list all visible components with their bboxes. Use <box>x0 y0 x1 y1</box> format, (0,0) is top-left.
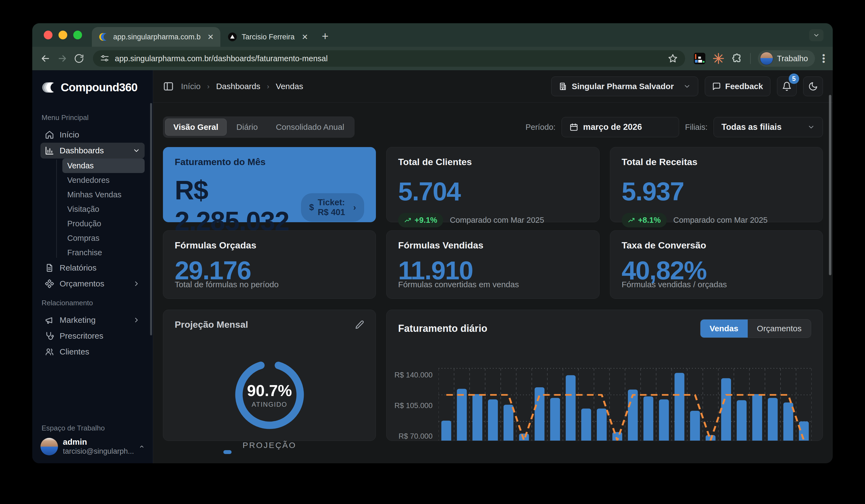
sidebar-item-dashboards[interactable]: Dashboards <box>41 143 145 159</box>
section-label-relacionamento: Relacionamento <box>42 299 145 307</box>
kpi-value: 5.704 <box>398 177 588 206</box>
tab-diario[interactable]: Diário <box>228 119 266 136</box>
sidebar-item-marketing[interactable]: Marketing <box>41 312 145 328</box>
sidebar-item-prescritores[interactable]: Prescritores <box>41 328 145 344</box>
maximize-window-button[interactable] <box>73 31 82 39</box>
kpi-caption: Total de fórmulas no período <box>175 280 279 289</box>
projection-title: Projeção Mensal <box>175 319 248 330</box>
toggle-vendas[interactable]: Vendas <box>701 319 748 338</box>
kpi-title: Fórmulas Vendidas <box>398 240 588 251</box>
sidebar-item-orcamentos[interactable]: Orçamentos <box>41 276 145 292</box>
kpi-card-formulas-vendidas[interactable]: Fórmulas Vendidas 11.910 Fórmulas conver… <box>386 231 599 299</box>
sidebar-subitem-visitacao[interactable]: Visitação <box>62 202 145 216</box>
daily-chart-svg <box>439 366 812 441</box>
sidebar-subitem-minhas-vendas[interactable]: Minhas Vendas <box>62 187 145 202</box>
tab-search-button[interactable] <box>809 29 823 41</box>
tab-visao-geral[interactable]: Visão Geral <box>165 119 227 136</box>
sidebar-item-label: Início <box>60 130 140 139</box>
view-tabs: Visão Geral Diário Consolidado Anual <box>163 116 355 138</box>
kpi-card-receitas[interactable]: Total de Receitas 5.937 +8.1% Comparado … <box>610 147 823 222</box>
megaphone-icon <box>45 315 54 325</box>
kpi-card-faturamento[interactable]: Faturamento do Mês R$ 2.285.032 $ Ticket… <box>163 147 376 222</box>
browser-window: app.singularpharma.com.br/d ✕ Tarcisio F… <box>32 23 833 463</box>
branches-select[interactable]: Todas as filiais <box>714 117 823 137</box>
site-settings-icon[interactable] <box>100 54 109 63</box>
chart-plot-area <box>439 366 812 441</box>
back-button[interactable] <box>40 53 51 64</box>
kpi-card-formulas-orcadas[interactable]: Fórmulas Orçadas 29.176 Total de fórmula… <box>163 231 376 299</box>
browser-menu-button[interactable]: ••• <box>822 54 825 63</box>
new-tab-button[interactable]: + <box>322 30 328 43</box>
minimize-window-button[interactable] <box>58 31 67 39</box>
sidebar-subitem-vendas[interactable]: Vendas <box>62 159 145 173</box>
trend-value: +9.1% <box>414 216 437 225</box>
tab-consolidado-anual[interactable]: Consolidado Anual <box>268 119 353 136</box>
sidebar-subitem-franchise[interactable]: Franchise <box>62 245 145 260</box>
tab-close-icon[interactable]: ✕ <box>208 33 214 42</box>
feedback-button[interactable]: Feedback <box>705 77 770 96</box>
calendar-icon <box>569 123 578 131</box>
tab-active[interactable]: app.singularpharma.com.br/d ✕ <box>92 27 220 47</box>
users-icon <box>45 347 54 356</box>
kpi-title: Taxa de Conversão <box>622 240 811 251</box>
sidebar-subitem-vendedores[interactable]: Vendedores <box>62 173 145 187</box>
tab-title: app.singularpharma.com.br/d <box>113 33 200 41</box>
sidebar-item-relatorios[interactable]: Relatórios <box>41 260 145 276</box>
chevron-down-icon <box>683 83 691 90</box>
chevron-right-icon: › <box>207 82 210 91</box>
kpi-title: Fórmulas Orçadas <box>175 240 364 251</box>
sidebar-item-label: Relatórios <box>60 263 140 272</box>
panel-toggle-icon[interactable] <box>163 81 174 92</box>
page-scrollbar[interactable] <box>829 95 831 275</box>
breadcrumb: Início › Dashboards › Vendas <box>181 82 303 91</box>
bookmark-star-icon[interactable] <box>668 53 678 64</box>
extensions-puzzle-icon[interactable] <box>731 53 743 64</box>
sidebar-item-label: Dashboards <box>60 146 127 155</box>
filters-row: Visão Geral Diário Consolidado Anual Per… <box>163 116 823 138</box>
breadcrumb-inicio[interactable]: Início <box>181 82 201 91</box>
breadcrumb-vendas[interactable]: Vendas <box>276 82 303 91</box>
sidebar-subitem-compras[interactable]: Compras <box>62 231 145 245</box>
sidebar-scrollbar[interactable] <box>150 103 152 335</box>
tab-close-icon[interactable]: ✕ <box>302 33 308 42</box>
ticket-pill[interactable]: $ Ticket: R$ 401 › <box>301 193 364 222</box>
breadcrumb-dashboards[interactable]: Dashboards <box>216 82 260 91</box>
sidebar-nav: Menu Principal Início Dashboards Vendas … <box>32 96 153 414</box>
theme-toggle-button[interactable] <box>803 77 823 96</box>
app-logo: Compound360 <box>32 70 153 96</box>
trend-up-icon <box>628 216 635 224</box>
moon-icon <box>808 81 818 91</box>
toggle-orcamentos[interactable]: Orçamentos <box>748 319 811 338</box>
profile-chip[interactable]: Trabalho <box>758 50 815 67</box>
section-label-workspace: Espaço de Trabalho <box>42 424 145 432</box>
tab-bar: app.singularpharma.com.br/d ✕ Tarcisio F… <box>32 23 833 47</box>
kpi-value: 5.937 <box>622 177 811 206</box>
reload-button[interactable] <box>74 53 84 64</box>
forward-button[interactable] <box>57 53 68 64</box>
user-name: admin <box>63 437 134 447</box>
starburst-extension-icon[interactable] <box>713 52 725 65</box>
kpi-card-taxa-conversao[interactable]: Taxa de Conversão 40,82% Fórmulas vendid… <box>610 231 823 299</box>
sidebar-item-clientes[interactable]: Clientes <box>41 344 145 360</box>
address-bar[interactable]: app.singularpharma.com.br/dashboards/fat… <box>93 50 685 67</box>
notifications-button[interactable]: 5 <box>777 77 797 96</box>
url-text[interactable]: app.singularpharma.com.br/dashboards/fat… <box>115 54 662 63</box>
user-email: tarcisio@singularph... <box>63 447 134 456</box>
compound360-logo-icon <box>41 80 57 95</box>
sidebar-item-label: Clientes <box>60 347 140 356</box>
sidebar-item-inicio[interactable]: Início <box>41 127 145 143</box>
close-window-button[interactable] <box>44 31 53 39</box>
y-axis-label-140k: R$ 140.000 <box>392 371 432 379</box>
html-to-design-extension-icon[interactable] <box>694 53 705 64</box>
sidebar: Compound360 Menu Principal Início Dashbo… <box>32 70 153 463</box>
tab-inactive[interactable]: Tarcisio Ferreira ✕ <box>220 27 315 47</box>
kpi-card-clientes[interactable]: Total de Clientes 5.704 +9.1% Comparado … <box>386 147 599 222</box>
company-selector[interactable]: Singular Pharma Salvador <box>551 77 698 96</box>
sidebar-subitem-producao[interactable]: Produção <box>62 216 145 231</box>
workspace-section: Espaço de Trabalho admin tarcisio@singul… <box>32 414 153 463</box>
compare-text: Comparado com Mar 2025 <box>673 216 768 225</box>
shapes-icon <box>45 279 54 288</box>
edit-pencil-icon[interactable] <box>355 320 364 329</box>
workspace-user[interactable]: admin tarcisio@singularph... <box>41 437 145 456</box>
period-picker[interactable]: março de 2026 <box>562 117 679 137</box>
